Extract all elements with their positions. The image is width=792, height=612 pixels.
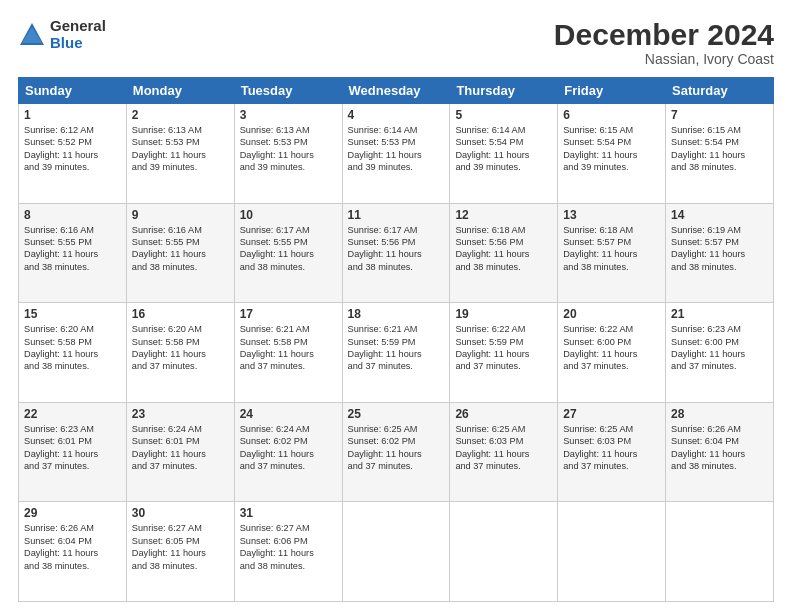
day-number: 6 [563, 108, 660, 122]
cell-text: Sunrise: 6:27 AMSunset: 6:06 PMDaylight:… [240, 522, 337, 572]
title-block: December 2024 Nassian, Ivory Coast [554, 18, 774, 67]
svg-marker-1 [22, 27, 42, 43]
day-number: 24 [240, 407, 337, 421]
cell-text: Sunrise: 6:17 AMSunset: 5:56 PMDaylight:… [348, 224, 445, 274]
calendar-cell: 27Sunrise: 6:25 AMSunset: 6:03 PMDayligh… [558, 402, 666, 502]
day-number: 15 [24, 307, 121, 321]
col-tuesday: Tuesday [234, 78, 342, 104]
calendar-cell: 14Sunrise: 6:19 AMSunset: 5:57 PMDayligh… [666, 203, 774, 303]
day-number: 2 [132, 108, 229, 122]
calendar-cell: 18Sunrise: 6:21 AMSunset: 5:59 PMDayligh… [342, 303, 450, 403]
cell-text: Sunrise: 6:17 AMSunset: 5:55 PMDaylight:… [240, 224, 337, 274]
cell-text: Sunrise: 6:20 AMSunset: 5:58 PMDaylight:… [24, 323, 121, 373]
col-sunday: Sunday [19, 78, 127, 104]
day-number: 19 [455, 307, 552, 321]
calendar-cell: 29Sunrise: 6:26 AMSunset: 6:04 PMDayligh… [19, 502, 127, 602]
day-number: 31 [240, 506, 337, 520]
cell-text: Sunrise: 6:21 AMSunset: 5:59 PMDaylight:… [348, 323, 445, 373]
day-number: 1 [24, 108, 121, 122]
calendar-cell: 21Sunrise: 6:23 AMSunset: 6:00 PMDayligh… [666, 303, 774, 403]
table-row: 1Sunrise: 6:12 AMSunset: 5:52 PMDaylight… [19, 104, 774, 204]
calendar-cell: 22Sunrise: 6:23 AMSunset: 6:01 PMDayligh… [19, 402, 127, 502]
day-number: 4 [348, 108, 445, 122]
calendar-table: Sunday Monday Tuesday Wednesday Thursday… [18, 77, 774, 602]
logo-text: General Blue [50, 18, 106, 51]
day-number: 9 [132, 208, 229, 222]
calendar-cell: 24Sunrise: 6:24 AMSunset: 6:02 PMDayligh… [234, 402, 342, 502]
calendar-cell: 5Sunrise: 6:14 AMSunset: 5:54 PMDaylight… [450, 104, 558, 204]
cell-text: Sunrise: 6:19 AMSunset: 5:57 PMDaylight:… [671, 224, 768, 274]
calendar-cell: 9Sunrise: 6:16 AMSunset: 5:55 PMDaylight… [126, 203, 234, 303]
table-row: 15Sunrise: 6:20 AMSunset: 5:58 PMDayligh… [19, 303, 774, 403]
day-number: 10 [240, 208, 337, 222]
cell-text: Sunrise: 6:24 AMSunset: 6:01 PMDaylight:… [132, 423, 229, 473]
day-number: 23 [132, 407, 229, 421]
cell-text: Sunrise: 6:25 AMSunset: 6:03 PMDaylight:… [455, 423, 552, 473]
cell-text: Sunrise: 6:16 AMSunset: 5:55 PMDaylight:… [24, 224, 121, 274]
day-number: 25 [348, 407, 445, 421]
cell-text: Sunrise: 6:18 AMSunset: 5:56 PMDaylight:… [455, 224, 552, 274]
table-row: 22Sunrise: 6:23 AMSunset: 6:01 PMDayligh… [19, 402, 774, 502]
calendar-cell: 7Sunrise: 6:15 AMSunset: 5:54 PMDaylight… [666, 104, 774, 204]
day-number: 13 [563, 208, 660, 222]
calendar-cell: 30Sunrise: 6:27 AMSunset: 6:05 PMDayligh… [126, 502, 234, 602]
calendar-cell: 13Sunrise: 6:18 AMSunset: 5:57 PMDayligh… [558, 203, 666, 303]
day-number: 11 [348, 208, 445, 222]
day-number: 12 [455, 208, 552, 222]
logo-icon [18, 21, 46, 49]
calendar-cell: 16Sunrise: 6:20 AMSunset: 5:58 PMDayligh… [126, 303, 234, 403]
cell-text: Sunrise: 6:25 AMSunset: 6:02 PMDaylight:… [348, 423, 445, 473]
day-number: 21 [671, 307, 768, 321]
calendar-cell: 20Sunrise: 6:22 AMSunset: 6:00 PMDayligh… [558, 303, 666, 403]
cell-text: Sunrise: 6:20 AMSunset: 5:58 PMDaylight:… [132, 323, 229, 373]
cell-text: Sunrise: 6:22 AMSunset: 6:00 PMDaylight:… [563, 323, 660, 373]
cell-text: Sunrise: 6:15 AMSunset: 5:54 PMDaylight:… [563, 124, 660, 174]
header: General Blue December 2024 Nassian, Ivor… [18, 18, 774, 67]
logo-general: General [50, 18, 106, 35]
day-number: 5 [455, 108, 552, 122]
calendar-cell: 2Sunrise: 6:13 AMSunset: 5:53 PMDaylight… [126, 104, 234, 204]
cell-text: Sunrise: 6:13 AMSunset: 5:53 PMDaylight:… [240, 124, 337, 174]
day-number: 16 [132, 307, 229, 321]
table-row: 8Sunrise: 6:16 AMSunset: 5:55 PMDaylight… [19, 203, 774, 303]
col-friday: Friday [558, 78, 666, 104]
calendar-cell: 31Sunrise: 6:27 AMSunset: 6:06 PMDayligh… [234, 502, 342, 602]
day-number: 28 [671, 407, 768, 421]
cell-text: Sunrise: 6:24 AMSunset: 6:02 PMDaylight:… [240, 423, 337, 473]
calendar-cell: 15Sunrise: 6:20 AMSunset: 5:58 PMDayligh… [19, 303, 127, 403]
day-number: 14 [671, 208, 768, 222]
calendar-cell: 3Sunrise: 6:13 AMSunset: 5:53 PMDaylight… [234, 104, 342, 204]
day-number: 18 [348, 307, 445, 321]
calendar-cell: 28Sunrise: 6:26 AMSunset: 6:04 PMDayligh… [666, 402, 774, 502]
calendar-cell: 4Sunrise: 6:14 AMSunset: 5:53 PMDaylight… [342, 104, 450, 204]
logo-blue-text: Blue [50, 35, 106, 52]
day-number: 7 [671, 108, 768, 122]
subtitle: Nassian, Ivory Coast [554, 51, 774, 67]
calendar-cell [558, 502, 666, 602]
cell-text: Sunrise: 6:18 AMSunset: 5:57 PMDaylight:… [563, 224, 660, 274]
col-wednesday: Wednesday [342, 78, 450, 104]
calendar-cell: 25Sunrise: 6:25 AMSunset: 6:02 PMDayligh… [342, 402, 450, 502]
cell-text: Sunrise: 6:16 AMSunset: 5:55 PMDaylight:… [132, 224, 229, 274]
calendar-cell [450, 502, 558, 602]
calendar-cell: 12Sunrise: 6:18 AMSunset: 5:56 PMDayligh… [450, 203, 558, 303]
calendar-cell: 26Sunrise: 6:25 AMSunset: 6:03 PMDayligh… [450, 402, 558, 502]
cell-text: Sunrise: 6:23 AMSunset: 6:00 PMDaylight:… [671, 323, 768, 373]
table-row: 29Sunrise: 6:26 AMSunset: 6:04 PMDayligh… [19, 502, 774, 602]
day-number: 8 [24, 208, 121, 222]
col-saturday: Saturday [666, 78, 774, 104]
cell-text: Sunrise: 6:25 AMSunset: 6:03 PMDaylight:… [563, 423, 660, 473]
header-row: Sunday Monday Tuesday Wednesday Thursday… [19, 78, 774, 104]
day-number: 30 [132, 506, 229, 520]
calendar-cell: 6Sunrise: 6:15 AMSunset: 5:54 PMDaylight… [558, 104, 666, 204]
logo: General Blue [18, 18, 106, 51]
cell-text: Sunrise: 6:14 AMSunset: 5:53 PMDaylight:… [348, 124, 445, 174]
cell-text: Sunrise: 6:22 AMSunset: 5:59 PMDaylight:… [455, 323, 552, 373]
calendar-cell: 23Sunrise: 6:24 AMSunset: 6:01 PMDayligh… [126, 402, 234, 502]
cell-text: Sunrise: 6:13 AMSunset: 5:53 PMDaylight:… [132, 124, 229, 174]
day-number: 22 [24, 407, 121, 421]
day-number: 3 [240, 108, 337, 122]
col-monday: Monday [126, 78, 234, 104]
col-thursday: Thursday [450, 78, 558, 104]
calendar-cell: 1Sunrise: 6:12 AMSunset: 5:52 PMDaylight… [19, 104, 127, 204]
